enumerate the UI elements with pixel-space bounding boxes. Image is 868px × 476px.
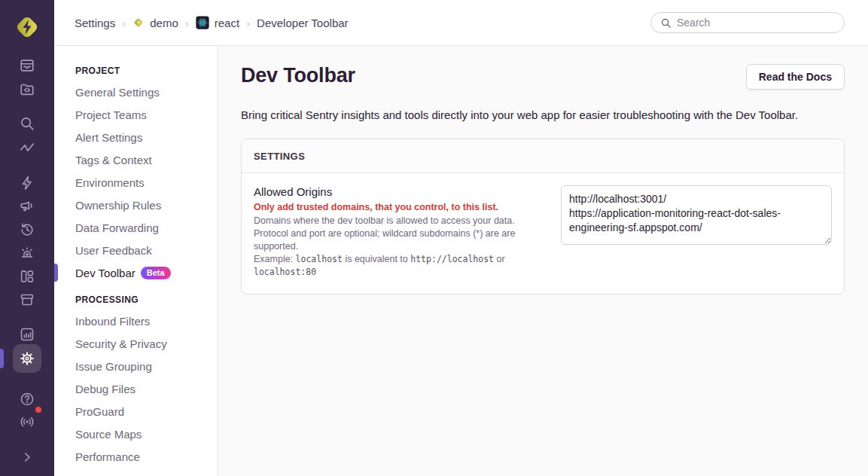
- sentry-diamond-icon: [132, 17, 145, 29]
- allowed-origins-textarea[interactable]: http://localhost:3001/ https://applicati…: [561, 185, 832, 245]
- active-item-indicator: [54, 264, 58, 282]
- read-the-docs-button[interactable]: Read the Docs: [746, 64, 845, 90]
- sidebar-item-general-settings[interactable]: General Settings: [54, 81, 218, 103]
- breadcrumb-settings[interactable]: Settings: [75, 17, 115, 29]
- breadcrumb-separator: ›: [185, 17, 189, 29]
- app-root: Settings › demo ›: [0, 0, 868, 476]
- sidebar-item-environments[interactable]: Environments: [54, 171, 218, 194]
- breadcrumb-project-label: react: [215, 17, 239, 29]
- breadcrumb-current-page: Developer Toolbar: [257, 17, 348, 29]
- sidebar-item-issue-grouping[interactable]: Issue Grouping: [54, 355, 218, 377]
- sidebar-item-alert-settings[interactable]: Alert Settings: [54, 126, 218, 148]
- settings-nav: PROJECT General Settings Project Teams A…: [54, 46, 218, 476]
- nav-section-processing: PROCESSING: [54, 294, 218, 310]
- notification-dot: [34, 405, 43, 414]
- sidebar-item-proguard[interactable]: ProGuard: [54, 400, 218, 423]
- example-code-localhost-80: localhost:80: [254, 267, 316, 277]
- example-code-localhost: localhost: [296, 254, 343, 264]
- breadcrumb: Settings › demo ›: [75, 16, 349, 29]
- icon-sidebar: [0, 0, 54, 476]
- allowed-origins-example: Example: localhost is equivalent to http…: [254, 253, 537, 279]
- sidebar-item-user-feedback[interactable]: User Feedback: [54, 239, 218, 261]
- releases-icon[interactable]: [13, 285, 41, 314]
- sidebar-item-tags-context[interactable]: Tags & Context: [54, 148, 218, 171]
- active-tool-indicator: [0, 349, 4, 368]
- traces-icon[interactable]: [13, 133, 41, 162]
- breadcrumb-org[interactable]: demo: [132, 17, 178, 29]
- allowed-origins-label: Allowed Origins: [254, 185, 537, 198]
- sidebar-item-performance[interactable]: Performance: [54, 445, 218, 468]
- settings-gear-icon[interactable]: [13, 344, 41, 373]
- breadcrumb-project[interactable]: react: [196, 16, 239, 29]
- sidebar-item-security-privacy[interactable]: Security & Privacy: [54, 332, 218, 355]
- sidebar-item-source-maps[interactable]: Source Maps: [54, 423, 218, 445]
- example-middle-text: is equivalent to: [345, 254, 407, 264]
- collapse-chevron-icon[interactable]: [13, 443, 41, 471]
- example-prefix: Example:: [254, 254, 293, 264]
- search-input[interactable]: [677, 17, 835, 29]
- allowed-origins-warning: Only add trusted domains, that you contr…: [254, 202, 537, 212]
- panel-header: SETTINGS: [242, 139, 844, 173]
- broadcast-icon[interactable]: [13, 407, 41, 436]
- search-icon: [660, 17, 672, 29]
- allowed-origins-help: Domains where the dev toolbar is allowed…: [254, 215, 537, 253]
- page-title: Dev Toolbar: [241, 64, 355, 87]
- search-box[interactable]: [650, 12, 845, 33]
- sidebar-item-data-forwarding[interactable]: Data Forwarding: [54, 216, 218, 239]
- sidebar-item-project-teams[interactable]: Project Teams: [54, 103, 218, 126]
- sidebar-item-dev-toolbar[interactable]: Dev Toolbar Beta: [54, 261, 218, 284]
- sentry-logo-icon[interactable]: [12, 12, 42, 42]
- example-code-http-localhost: http://localhost: [410, 254, 494, 264]
- sidebar-item-debug-files[interactable]: Debug Files: [54, 377, 218, 400]
- beta-badge: Beta: [141, 267, 171, 279]
- breadcrumb-separator: ›: [246, 17, 250, 29]
- settings-panel: SETTINGS Allowed Origins Only add truste…: [241, 139, 845, 294]
- sidebar-item-ownership-rules[interactable]: Ownership Rules: [54, 194, 218, 216]
- nav-section-project: PROJECT: [54, 66, 218, 81]
- sidebar-item-inbound-filters[interactable]: Inbound Filters: [54, 310, 218, 332]
- breadcrumb-org-label: demo: [150, 17, 178, 29]
- example-or-text: or: [497, 254, 505, 264]
- main-content: Dev Toolbar Read the Docs Bring critical…: [219, 46, 868, 476]
- projects-icon[interactable]: [13, 75, 41, 103]
- page-description: Bring critical Sentry insights and tools…: [241, 108, 845, 121]
- sidebar-item-label: Dev Toolbar: [75, 267, 136, 279]
- react-logo-icon: [196, 16, 209, 29]
- topbar: Settings › demo ›: [54, 0, 868, 46]
- breadcrumb-separator: ›: [122, 17, 126, 29]
